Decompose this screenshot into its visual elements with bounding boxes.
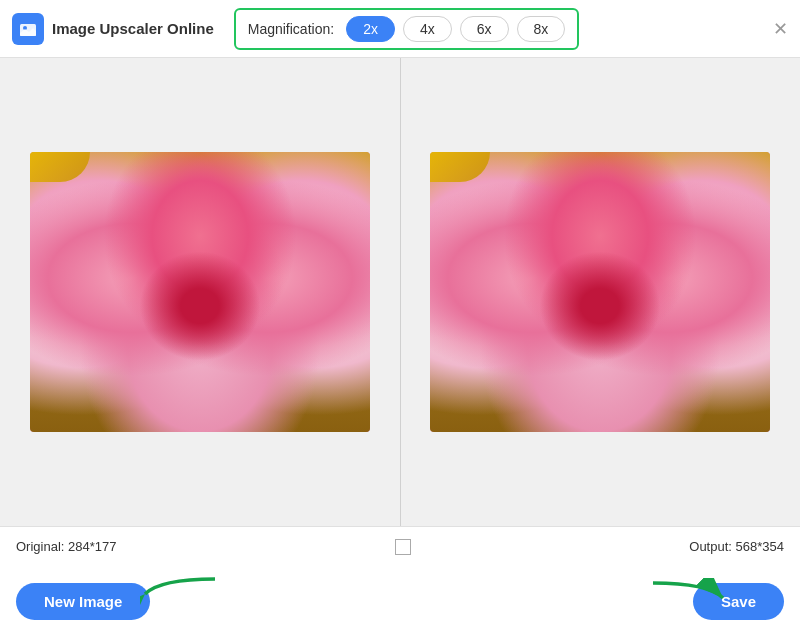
save-arrow bbox=[648, 578, 728, 618]
mag-btn-2x[interactable]: 2x bbox=[346, 16, 395, 42]
new-image-button[interactable]: New Image bbox=[16, 583, 150, 620]
main-area bbox=[0, 58, 800, 526]
mag-btn-6x[interactable]: 6x bbox=[460, 16, 509, 42]
header: Image Upscaler Online Magnification: 2x … bbox=[0, 0, 800, 58]
close-button[interactable]: ✕ bbox=[773, 20, 788, 38]
flower-visual bbox=[30, 152, 370, 432]
output-size-label: Output: 568*354 bbox=[689, 539, 784, 554]
output-image-panel bbox=[401, 58, 801, 526]
mag-btn-8x[interactable]: 8x bbox=[517, 16, 566, 42]
logo-area: Image Upscaler Online bbox=[12, 13, 214, 45]
footer: New Image Save bbox=[0, 566, 800, 636]
flower-visual-upscaled bbox=[430, 152, 770, 432]
app-logo-icon bbox=[12, 13, 44, 45]
original-image-panel bbox=[0, 58, 400, 526]
divider-icon bbox=[395, 539, 411, 555]
app-title: Image Upscaler Online bbox=[52, 20, 214, 37]
magnification-panel: Magnification: 2x 4x 6x 8x bbox=[234, 8, 580, 50]
original-size-label: Original: 284*177 bbox=[16, 539, 116, 554]
status-bar: Original: 284*177 Output: 568*354 bbox=[0, 526, 800, 566]
output-image bbox=[430, 152, 770, 432]
original-image bbox=[30, 152, 370, 432]
magnification-label: Magnification: bbox=[248, 21, 334, 37]
mag-btn-4x[interactable]: 4x bbox=[403, 16, 452, 42]
new-image-arrow bbox=[140, 574, 220, 614]
